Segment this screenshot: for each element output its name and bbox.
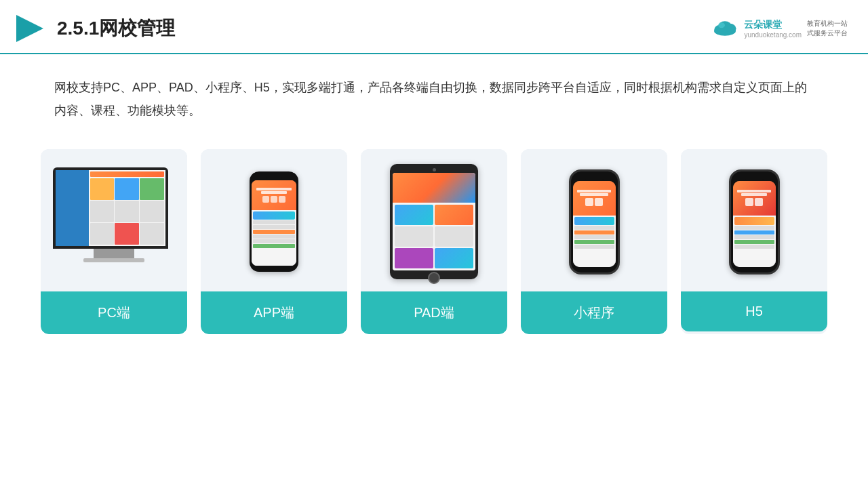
card-miniapp-image [521, 149, 667, 291]
card-app: APP端 [201, 149, 347, 334]
logo-url: yunduoketang.com [744, 31, 802, 39]
logo-name: 云朵课堂 [744, 19, 802, 31]
card-pc-image [41, 149, 187, 291]
phone-mockup-miniapp [569, 169, 620, 274]
cloud-icon [711, 19, 738, 38]
card-pc: PC端 [41, 149, 187, 334]
svg-marker-0 [16, 15, 43, 42]
card-pad-label: PAD端 [361, 291, 507, 334]
header-left: 2.5.1网校管理 [14, 12, 175, 45]
card-app-label: APP端 [201, 291, 347, 334]
page-title: 2.5.1网校管理 [57, 16, 175, 41]
phone-mockup-app [250, 171, 298, 272]
card-h5-image [681, 149, 827, 291]
play-icon [14, 12, 46, 45]
logo-text-block: 云朵课堂 yunduoketang.com [744, 19, 802, 39]
logo-area: 云朵课堂 yunduoketang.com 教育机构一站式服务云平台 [711, 19, 848, 39]
description-text: 网校支持PC、APP、PAD、小程序、H5，实现多端打通，产品各终端自由切换，数… [0, 54, 868, 136]
phone-mockup-h5 [729, 169, 780, 274]
header: 2.5.1网校管理 云朵课堂 yunduoketang.com 教育机构一站式服… [0, 0, 868, 54]
card-app-image [201, 149, 347, 291]
cards-container: PC端 [0, 136, 868, 348]
card-pc-label: PC端 [41, 291, 187, 334]
card-h5-label: H5 [681, 291, 827, 331]
card-h5: H5 [681, 149, 827, 334]
card-pad-image [361, 149, 507, 291]
card-miniapp: 小程序 [521, 149, 667, 334]
svg-point-5 [718, 22, 725, 28]
card-miniapp-label: 小程序 [521, 291, 667, 334]
tablet-mockup [390, 164, 478, 279]
pc-mockup [53, 167, 175, 276]
logo-tagline: 教育机构一站式服务云平台 [807, 19, 848, 38]
card-pad: PAD端 [361, 149, 507, 334]
